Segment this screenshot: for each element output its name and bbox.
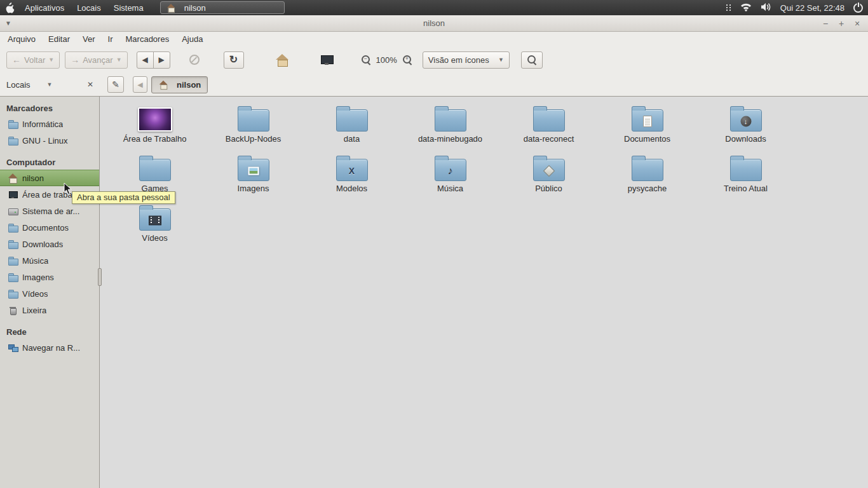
file-item[interactable]: Vídeos [105,203,204,253]
home-button[interactable] [273,51,291,69]
folder-icon [238,159,269,181]
search-button[interactable] [521,51,543,69]
sidebar-item[interactable]: Informática [0,116,99,132]
view-mode-label: Visão em ícones [428,55,489,65]
menu-item[interactable]: Ir [102,32,119,46]
sidebar-item[interactable]: Música [0,252,99,269]
menu-item[interactable]: Ajuda [175,32,209,46]
window-list-button[interactable]: nilson [160,1,285,14]
file-item[interactable]: Música [401,154,499,203]
file-item[interactable]: data [302,104,401,154]
sidebar-item[interactable]: Sistema de ar... [0,203,99,219]
back-button[interactable]: ← Voltar ▼ [6,51,60,69]
file-item[interactable]: pysycache [598,154,696,203]
stop-icon [189,55,200,65]
panel-menu-aplicativos[interactable]: Aplicativos [18,1,71,15]
folder-icon [533,109,565,132]
folder-icon [336,109,368,132]
trash-icon [8,305,18,315]
menu-item[interactable]: Ver [76,32,102,46]
wifi-icon[interactable] [740,3,752,13]
file-manager-window: ▼ nilson − + × Arquivo Editar Ver Ir Mar… [0,15,868,488]
file-item[interactable]: BackUp-Nodes [204,104,302,154]
file-item[interactable]: Modelos [302,154,401,203]
stop-button[interactable] [187,51,202,69]
sidebar-item[interactable]: Imagens [0,269,99,285]
zoom-level: 100% [376,55,397,65]
side-pane-caret-icon[interactable]: ▼ [47,81,53,88]
file-item[interactable]: Treino Atual [696,154,795,203]
file-label: Música [437,184,463,193]
public-icon [543,165,554,177]
zoom-in-button[interactable]: + [400,51,415,69]
edit-location-button[interactable]: ✎ [107,76,124,93]
folder-icon [632,109,663,132]
indicator-dots-icon[interactable] [726,4,731,11]
window-title: nilson [0,18,868,28]
clock[interactable]: Qui 22 Set, 22:48 [780,3,844,13]
side-pane-selector[interactable]: Locais [6,80,31,90]
file-item[interactable]: data-reconect [499,104,598,154]
menu-item[interactable]: Editar [42,32,76,46]
view-mode-caret-icon: ▼ [498,57,504,63]
sidebar-item-label: Informática [22,119,63,129]
file-label: Imagens [238,184,269,193]
file-item[interactable]: Documentos [598,104,696,154]
file-label: Modelos [336,184,367,193]
sidebar-section-title: Computador [0,154,99,170]
sidebar-item[interactable]: Lixeira [0,302,99,318]
right-arrow-icon: ▶ [158,55,164,64]
menu-item[interactable]: Marcadores [119,32,176,46]
reload-button[interactable]: ↻ [224,51,244,69]
zoom-out-button[interactable]: − [358,51,374,69]
mouse-cursor [64,182,72,197]
sidebar-item-label: Sistema de ar... [22,207,79,216]
path-segment-button[interactable]: nilson [151,76,208,93]
panel-indicators: Qui 22 Set, 22:48 [726,3,863,13]
sidebar-item[interactable]: Vídeos [0,285,99,302]
file-item[interactable]: Público [499,154,598,203]
sidebar-item-label: Downloads [22,240,63,249]
sidebar-item[interactable]: GNU - Linux [0,132,99,149]
panel-menu-sistema[interactable]: Sistema [107,1,150,15]
nav-forward-button[interactable]: ▶ [153,51,170,69]
file-label: data-minebugado [418,135,482,144]
maximize-button[interactable]: + [837,19,846,28]
panel-menu-locais[interactable]: Locais [71,1,107,15]
sidebar-item-label: Documentos [22,223,69,233]
folder-icon [730,109,762,132]
back-arrow-icon: ← [12,55,21,65]
toolbar: ← Voltar ▼ → Avançar ▼ ◀ ▶ ↻ − 100% + Vi… [0,46,868,73]
distro-logo-icon[interactable] [5,3,15,13]
pane-resize-grip[interactable] [98,268,102,286]
nav-back-button[interactable]: ◀ [137,51,154,69]
volume-icon[interactable] [761,3,771,13]
folder-icon [435,159,466,181]
search-icon [527,55,537,65]
path-scroll-left-button[interactable]: ◀ [133,76,147,93]
file-item[interactable]: Área de Trabalho [105,104,204,154]
sidebar-item[interactable]: nilson [0,170,99,186]
file-label: Downloads [725,135,766,144]
computer-button[interactable] [318,51,336,69]
menu-item[interactable]: Arquivo [1,32,42,46]
forward-button[interactable]: → Avançar ▼ [65,51,127,69]
minimize-button[interactable]: − [821,19,830,28]
sidebar-item[interactable]: Navegar na R... [0,339,99,356]
view-mode-dropdown[interactable]: Visão em ícones ▼ [423,51,510,69]
file-item[interactable]: Imagens [204,154,302,203]
home-icon [159,80,168,89]
file-item[interactable]: Downloads [696,104,795,154]
titlebar[interactable]: ▼ nilson − + × [0,15,868,32]
side-pane-close-icon[interactable]: ✕ [87,80,93,89]
close-button[interactable]: × [853,19,862,28]
sidebar-item[interactable]: Documentos [0,219,99,236]
file-label: Documentos [624,135,670,144]
icon-view[interactable]: Área de Trabalho BackUp-Nodes da [100,97,868,488]
folder-icon [139,159,171,181]
file-item[interactable]: data-minebugado [401,104,499,154]
power-icon[interactable] [853,3,863,13]
sidebar-item[interactable]: Downloads [0,236,99,252]
panel-menu-bar: Aplicativos Locais Sistema [5,1,150,15]
sidebar-section-title: Marcadores [0,100,99,116]
